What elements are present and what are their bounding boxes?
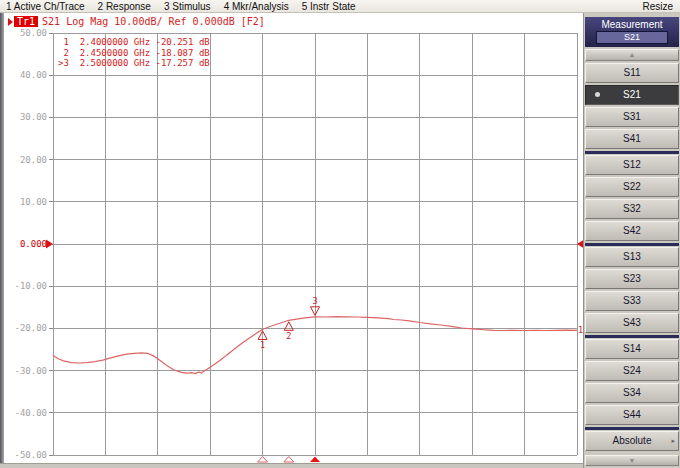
sidebar-button-s32[interactable]: S32 (585, 199, 679, 219)
sidebar-button-absolute[interactable]: Absolute▸ (585, 431, 679, 451)
sidebar-button-s44[interactable]: S44 (585, 405, 679, 425)
marker-readout: 1 2.4000000 GHz -20.251 dB 2 2.4500000 G… (58, 37, 210, 69)
sidebar-title: Measurement (585, 18, 679, 31)
y-axis-label: 20.00 (20, 155, 47, 165)
y-axis-label: -10.00 (14, 281, 47, 291)
sidebar-button-label: S44 (623, 409, 641, 420)
sidebar-group-separator (585, 151, 679, 154)
sidebar-button-s13[interactable]: S13 (585, 247, 679, 267)
y-axis-label: 30.00 (20, 112, 47, 122)
sidebar-button-s34[interactable]: S34 (585, 383, 679, 403)
marker-readout-line-3: >3 2.5000000 GHz -17.257 dB (58, 58, 210, 69)
sidebar-button-s24[interactable]: S24 (585, 361, 679, 381)
sidebar-button-label: S31 (623, 111, 641, 122)
plot-area: 50.0040.0030.0020.0010.000.000-10.00-20.… (0, 0, 583, 468)
sidebar-button-s12[interactable]: S12 (585, 155, 679, 175)
selected-bullet-icon (595, 92, 600, 97)
sidebar-button-s33[interactable]: S33 (585, 291, 679, 311)
marker-2-icon[interactable] (284, 322, 293, 331)
sidebar-button-s41[interactable]: S41 (585, 129, 679, 149)
sidebar-button-label: S32 (623, 203, 641, 214)
sidebar-button-s14[interactable]: S14 (585, 339, 679, 359)
marker-readout-line-1: 1 2.4000000 GHz -20.251 dB (58, 37, 210, 48)
sidebar-button-label: S42 (623, 225, 641, 236)
y-axis-label: 0.000 (20, 239, 47, 249)
sidebar-button-label: S43 (623, 317, 641, 328)
y-axis-label: 50.00 (20, 28, 47, 38)
sidebar-group-separator (585, 243, 679, 246)
marker-readout-line-2: 2 2.4500000 GHz -18.087 dB (58, 48, 210, 59)
sidebar-button-label: S41 (623, 133, 641, 144)
sidebar-button-label: S24 (623, 365, 641, 376)
y-axis-label: 40.00 (20, 70, 47, 80)
y-axis-label: 10.00 (20, 197, 47, 207)
sidebar-button-s31[interactable]: S31 (585, 107, 679, 127)
stimulus-marker-1-icon[interactable] (258, 457, 268, 463)
stimulus-marker-2-icon[interactable] (284, 457, 294, 463)
sidebar-buttons: S11S21S31S41S12S22S32S42S13S23S33S43S14S… (584, 63, 680, 453)
submenu-arrow-icon: ▸ (671, 437, 675, 445)
y-axis-label: -20.00 (14, 323, 47, 333)
sidebar-button-s23[interactable]: S23 (585, 269, 679, 289)
sidebar-button-s22[interactable]: S22 (585, 177, 679, 197)
trace-number-label: 1 (578, 325, 583, 335)
sidebar-button-label: S13 (623, 251, 641, 262)
sidebar-button-label: S23 (623, 273, 641, 284)
sidebar-button-label: S14 (623, 343, 641, 354)
sidebar-button-s11[interactable]: S11 (585, 63, 679, 83)
sidebar-button-label: S34 (623, 387, 641, 398)
y-axis-label: -50.00 (14, 450, 47, 460)
vna-window: 1 Active Ch/Trace2 Response3 Stimulus4 M… (0, 0, 680, 468)
marker-2-label: 2 (286, 331, 291, 341)
marker-1-label: 1 (260, 340, 265, 350)
y-axis-label: -30.00 (14, 366, 47, 376)
measurement-sidebar: Measurement S21 ▲ S11S21S31S41S12S22S32S… (583, 13, 680, 468)
resize-button[interactable]: Resize (642, 1, 680, 12)
sidebar-button-label: S33 (623, 295, 641, 306)
sidebar-button-s21[interactable]: S21 (585, 85, 679, 105)
sidebar-header: Measurement S21 (585, 17, 679, 47)
sidebar-scroll-down-button[interactable]: ▼ (585, 455, 679, 467)
sidebar-button-label: S22 (623, 181, 641, 192)
stimulus-marker-3-icon[interactable] (310, 457, 320, 463)
scroll-down-icon: ▼ (629, 457, 636, 464)
y-axis-label: -40.00 (14, 408, 47, 418)
sidebar-button-label: S11 (623, 67, 640, 78)
sidebar-button-label: Absolute (613, 435, 652, 446)
reference-level-arrow-right (577, 240, 583, 249)
sidebar-group-separator (585, 427, 679, 430)
sidebar-group-separator (585, 335, 679, 338)
sidebar-button-label: S21 (623, 89, 641, 100)
marker-3-label: 3 (312, 296, 317, 306)
scroll-up-icon: ▲ (629, 51, 636, 58)
sidebar-selected-value: S21 (596, 31, 668, 44)
sidebar-button-s43[interactable]: S43 (585, 313, 679, 333)
sidebar-button-s42[interactable]: S42 (585, 221, 679, 241)
reference-level-arrow-left (46, 240, 53, 249)
sidebar-scroll-up-button[interactable]: ▲ (585, 49, 679, 61)
sidebar-button-label: S12 (623, 159, 641, 170)
